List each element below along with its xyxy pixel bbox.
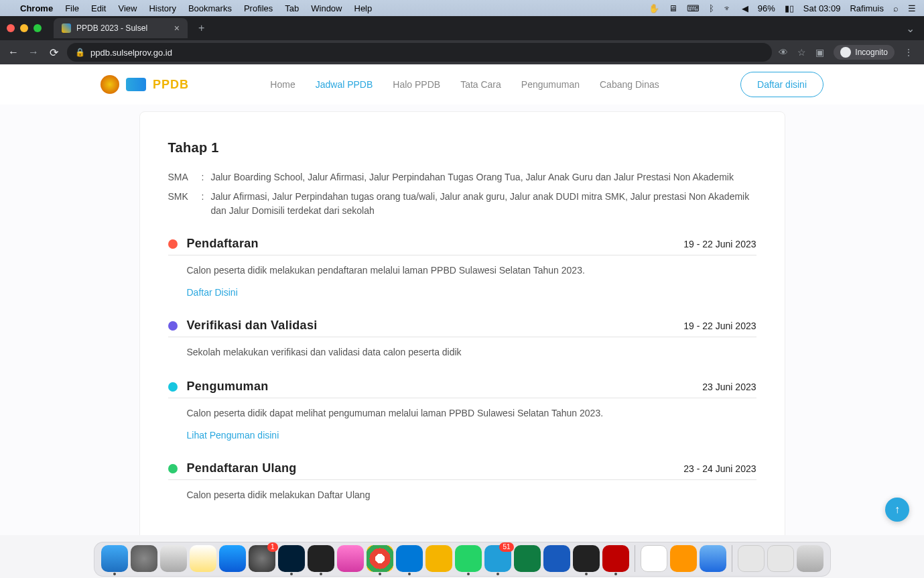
search-tabs-icon[interactable]: ⌄	[906, 22, 917, 35]
macos-dock-wrap: 1 51	[0, 535, 924, 578]
battery-icon[interactable]: ▮▯	[785, 3, 794, 13]
dock-preview[interactable]	[700, 545, 726, 572]
dock-appstore[interactable]	[219, 545, 246, 572]
dock-finder[interactable]	[101, 545, 128, 572]
dock-settings[interactable]: 1	[249, 545, 275, 572]
menu-bookmarks[interactable]: Bookmarks	[188, 3, 232, 13]
dock-norton[interactable]	[425, 545, 452, 572]
smk-value: Jalur Afirmasi, Jalur Perpindahan tugas …	[210, 190, 756, 218]
step-pendaftaran: Pendaftaran 19 - 22 Juni 2023 Calon pese…	[168, 237, 756, 298]
step-date: 19 - 22 Juni 2023	[683, 239, 756, 249]
close-window-button[interactable]	[7, 24, 15, 32]
spotlight-icon[interactable]: ⌕	[893, 3, 899, 13]
dock-filezilla[interactable]	[602, 545, 629, 572]
keyboard-layout-icon[interactable]: ⌨	[687, 3, 700, 13]
display-mirror-icon[interactable]: 🖥	[669, 3, 677, 13]
volume-icon[interactable]: ◀	[742, 3, 748, 13]
nav-home[interactable]: Home	[270, 79, 295, 90]
step-desc: Calon peserta didik melakukan pendaftara…	[187, 264, 756, 278]
browser-tab[interactable]: PPDB 2023 - Sulsel ×	[54, 18, 188, 38]
step-dot-icon	[168, 382, 178, 392]
menu-help[interactable]: Help	[354, 3, 373, 13]
incognito-label: Incognito	[855, 48, 888, 57]
menu-tab[interactable]: Tab	[285, 3, 299, 13]
step-title: Pengumuman	[187, 380, 694, 394]
step-title: Pendaftaran	[187, 237, 675, 251]
dock-safari[interactable]	[160, 545, 187, 572]
control-center-icon[interactable]: ☰	[908, 3, 916, 13]
menubar-app-name[interactable]: Chrome	[20, 3, 53, 13]
dock-recent-folder[interactable]	[767, 545, 794, 572]
step-date: 23 - 24 Juni 2023	[683, 463, 756, 474]
dock-word[interactable]	[543, 545, 570, 572]
menu-history[interactable]: History	[149, 3, 176, 13]
battery-percent[interactable]: 96%	[758, 3, 775, 13]
nav-pengumuman[interactable]: Pengumuman	[521, 79, 580, 90]
nav-cabang-dinas[interactable]: Cabang Dinas	[600, 79, 659, 90]
incognito-badge[interactable]: Incognito	[834, 45, 895, 60]
minimize-window-button[interactable]	[20, 24, 28, 32]
tahap-1-steps: Pendaftaran 19 - 22 Juni 2023 Calon pese…	[168, 237, 756, 502]
dock-notes[interactable]	[190, 545, 216, 572]
lock-icon[interactable]: 🔒	[75, 48, 85, 57]
fullscreen-window-button[interactable]	[34, 24, 42, 32]
menubar-user[interactable]: Rafimuis	[850, 3, 884, 13]
eye-privacy-icon[interactable]: 👁	[779, 47, 788, 58]
address-bar[interactable]: 🔒 ppdb.sulselprov.go.id	[67, 43, 772, 62]
nav-forward-icon[interactable]: →	[27, 46, 40, 58]
dock-telegram[interactable]: 51	[484, 545, 511, 572]
chrome-menu-icon[interactable]: ⋮	[904, 47, 913, 58]
nav-halo[interactable]: Halo PPDB	[393, 79, 440, 90]
dock-photoshop[interactable]	[278, 545, 305, 572]
scroll-to-top-button[interactable]: ↑	[885, 498, 909, 522]
side-panel-icon[interactable]: ▣	[815, 47, 824, 58]
dock-trash[interactable]	[797, 545, 823, 572]
wifi-icon[interactable]: ᯤ	[724, 3, 732, 13]
step-date: 23 Juni 2023	[702, 382, 756, 392]
hand-tool-icon[interactable]: ✋	[649, 3, 659, 13]
site-logo[interactable]: PPDB	[101, 75, 189, 94]
chrome-toolbar: ← → ⟳ 🔒 ppdb.sulselprov.go.id 👁 ☆ ▣ Inco…	[0, 40, 924, 64]
step-desc: Calon peserta didik melakukan Daftar Ula…	[187, 488, 756, 502]
step-title: Verifikasi dan Validasi	[187, 319, 675, 333]
nav-reload-icon[interactable]: ⟳	[47, 46, 60, 59]
step-dot-icon	[168, 321, 178, 331]
nav-tata-cara[interactable]: Tata Cara	[460, 79, 501, 90]
dock-vscode[interactable]	[396, 545, 423, 572]
menubar-clock[interactable]: Sat 03:09	[803, 3, 841, 13]
chrome-tabbar: PPDB 2023 - Sulsel × + ⌄	[0, 16, 924, 40]
menu-edit[interactable]: Edit	[91, 3, 106, 13]
menu-file[interactable]: File	[65, 3, 79, 13]
step-dot-icon	[168, 464, 178, 473]
nav-back-icon[interactable]: ←	[7, 46, 20, 58]
menu-window[interactable]: Window	[311, 3, 342, 13]
dock-separator	[635, 545, 635, 572]
page-content[interactable]: Tahap 1 SMA : Jalur Boarding School, Jal…	[0, 105, 924, 535]
nav-jadwal[interactable]: Jadwal PPDB	[316, 79, 373, 90]
dock-figma[interactable]	[308, 545, 334, 572]
menu-view[interactable]: View	[118, 3, 137, 13]
step-link-daftar[interactable]: Daftar Disini	[187, 287, 238, 298]
dock-separator	[732, 545, 732, 572]
tab-close-icon[interactable]: ×	[174, 23, 180, 34]
dock-cleanmymac[interactable]	[337, 545, 364, 572]
site-header: PPDB Home Jadwal PPDB Halo PPDB Tata Car…	[0, 64, 924, 105]
bluetooth-icon[interactable]: ᛒ	[709, 3, 714, 13]
dock-launchpad[interactable]	[131, 545, 157, 572]
dock-whatsapp[interactable]	[455, 545, 482, 572]
register-button[interactable]: Daftar disini	[740, 72, 823, 97]
sma-value: Jalur Boarding School, Jalur Afirmasi, J…	[210, 170, 756, 184]
dock-pages[interactable]	[670, 545, 697, 572]
dock-excel[interactable]	[514, 545, 541, 572]
dock-downloads-folder[interactable]	[738, 545, 765, 572]
new-tab-button[interactable]: +	[193, 22, 210, 34]
dock-chrome[interactable]	[367, 545, 393, 572]
menu-profiles[interactable]: Profiles	[244, 3, 273, 13]
arrow-up-icon: ↑	[895, 504, 900, 516]
dock-terminal[interactable]	[573, 545, 600, 572]
dock-textedit[interactable]	[641, 545, 667, 572]
chrome-window: PPDB 2023 - Sulsel × + ⌄ ← → ⟳ 🔒 ppdb.su…	[0, 16, 924, 64]
bookmark-star-icon[interactable]: ☆	[797, 47, 806, 58]
step-link-pengumuman[interactable]: Lihat Penguman disini	[187, 430, 279, 441]
step-dot-icon	[168, 239, 178, 249]
